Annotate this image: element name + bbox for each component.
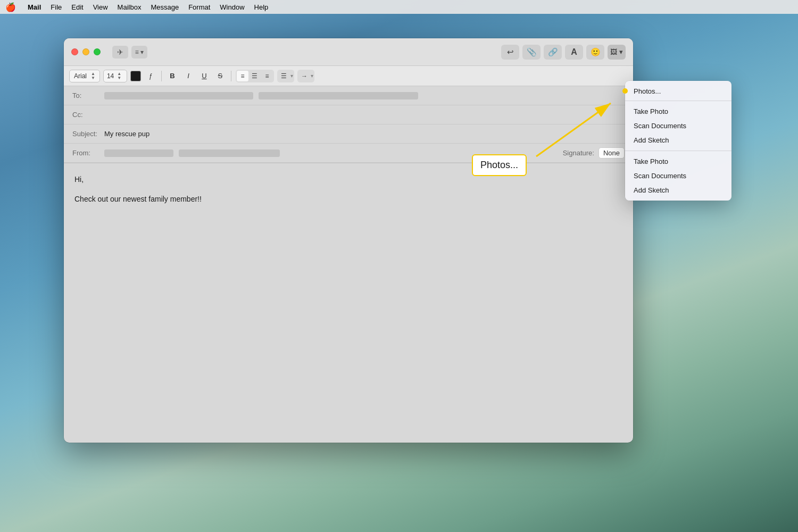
signature-label: Signature: — [563, 149, 594, 157]
underline-button[interactable]: U — [198, 70, 211, 82]
send-icon: ✈ — [117, 48, 123, 56]
font-size-selector[interactable]: 14 ▲ ▼ — [103, 70, 127, 82]
body-line1: Hi, — [74, 174, 622, 185]
traffic-lights — [71, 48, 101, 55]
photos-item-wrapper: Photos... — [625, 83, 732, 98]
paperclip-icon: 📎 — [527, 47, 537, 57]
subject-value[interactable]: My rescue pup — [104, 130, 149, 138]
to-field-1[interactable] — [104, 92, 253, 99]
add-sketch-item-2[interactable]: Add Sketch — [625, 183, 732, 197]
font-down-arrow[interactable]: ▼ — [91, 76, 95, 80]
undo-button[interactable]: ↩ — [501, 45, 519, 60]
menubar-mail[interactable]: Mail — [28, 3, 41, 11]
align-center-button[interactable]: ☰ — [249, 71, 261, 81]
list-button[interactable]: ≡ ▾ — [131, 46, 147, 59]
to-label: To: — [72, 92, 104, 99]
mail-header: To: Cc: Subject: My rescue pup From: — [64, 86, 633, 163]
titlebar: ✈ ≡ ▾ ↩ 📎 🔗 A � — [64, 38, 633, 66]
color-picker[interactable] — [130, 71, 141, 81]
mail-window: ✈ ≡ ▾ ↩ 📎 🔗 A � — [64, 38, 633, 443]
menubar-window[interactable]: Window — [220, 3, 244, 11]
photos-callout: Photos... — [472, 154, 527, 176]
cc-label: Cc: — [72, 111, 104, 119]
menubar-edit[interactable]: Edit — [71, 3, 83, 11]
photo-dropdown-menu: Photos... Take Photo Scan Documents Add … — [625, 81, 732, 201]
mail-body[interactable]: Hi, Check out our newest family member!! — [64, 163, 633, 376]
size-down-arrow[interactable]: ▼ — [117, 76, 121, 80]
menu-separator-1 — [625, 101, 732, 101]
align-group: ≡ ☰ ≡ — [236, 70, 274, 82]
from-field-1[interactable] — [104, 149, 173, 157]
indent-button[interactable]: → — [298, 71, 310, 81]
close-button[interactable] — [71, 48, 78, 55]
desktop: 🍎 Mail File Edit View Mailbox Message Fo… — [0, 0, 798, 532]
menubar-file[interactable]: File — [51, 3, 62, 11]
titlebar-right: ↩ 📎 🔗 A 🙂 🖼 ▾ — [501, 45, 626, 60]
strikethrough-button[interactable]: S — [214, 70, 227, 82]
to-fields — [104, 92, 625, 99]
send-button[interactable]: ✈ — [112, 46, 128, 59]
divider-1 — [161, 71, 162, 81]
menubar-format[interactable]: Format — [188, 3, 210, 11]
scan-documents-item-1[interactable]: Scan Documents — [625, 119, 732, 133]
photo-insert-button[interactable]: 🖼 ▾ — [608, 45, 626, 60]
from-label: From: — [72, 149, 104, 157]
font-icon: A — [571, 47, 577, 57]
indent-group: → ▾ — [297, 70, 314, 82]
emoji-button[interactable]: 🙂 — [586, 45, 604, 60]
menubar: 🍎 Mail File Edit View Mailbox Message Fo… — [0, 0, 798, 14]
subject-row: Subject: My rescue pup — [64, 124, 633, 144]
menu-section-2: Take Photo Scan Documents Add Sketch — [625, 153, 732, 198]
menubar-view[interactable]: View — [93, 3, 108, 11]
apple-menu[interactable]: 🍎 — [5, 2, 16, 12]
list-chevron[interactable]: ▾ — [290, 73, 293, 79]
to-field-2[interactable] — [259, 92, 418, 99]
list-group: ☰ ▾ — [277, 70, 294, 82]
format-script-button[interactable]: ƒ — [144, 70, 157, 82]
scan-documents-item-2[interactable]: Scan Documents — [625, 169, 732, 183]
cc-row: Cc: — [64, 105, 633, 124]
emoji-icon: 🙂 — [591, 47, 601, 57]
menubar-mailbox[interactable]: Mailbox — [118, 3, 142, 11]
callout-text: Photos... — [480, 160, 518, 170]
undo-icon: ↩ — [507, 47, 514, 57]
body-line2: Check out our newest family member!! — [74, 194, 622, 205]
indent-chevron[interactable]: ▾ — [311, 73, 313, 79]
photos-menu-item[interactable]: Photos... — [625, 83, 732, 98]
format-toolbar: Arial ▲ ▼ 14 ▲ ▼ ƒ B I U S ≡ — [64, 66, 633, 86]
titlebar-icons: ✈ ≡ ▾ — [112, 46, 147, 59]
to-row: To: — [64, 86, 633, 105]
menu-section-1: Take Photo Scan Documents Add Sketch — [625, 103, 732, 148]
from-row: From: Signature: None — [64, 144, 633, 163]
take-photo-item-1[interactable]: Take Photo — [625, 104, 732, 119]
signature-value[interactable]: None — [598, 147, 625, 159]
list-button[interactable]: ☰ — [278, 71, 290, 81]
yellow-dot — [622, 88, 628, 94]
font-size-value: 14 — [107, 72, 114, 80]
menubar-message[interactable]: Message — [151, 3, 179, 11]
photo-icon: 🖼 ▾ — [610, 48, 623, 56]
signature-area: Signature: None — [563, 147, 625, 159]
font-selector[interactable]: Arial ▲ ▼ — [69, 70, 100, 82]
link-button[interactable]: 🔗 — [544, 45, 562, 60]
attach-button[interactable]: 📎 — [522, 45, 541, 60]
link-icon: 🔗 — [548, 47, 558, 57]
bold-button[interactable]: B — [166, 70, 179, 82]
take-photo-item-2[interactable]: Take Photo — [625, 154, 732, 169]
from-field-2[interactable] — [179, 149, 280, 157]
list-icon: ≡ ▾ — [135, 48, 144, 56]
align-right-button[interactable]: ≡ — [261, 71, 273, 81]
maximize-button[interactable] — [94, 48, 101, 55]
font-button[interactable]: A — [565, 45, 583, 60]
font-name: Arial — [74, 72, 87, 80]
align-left-button[interactable]: ≡ — [237, 71, 248, 81]
italic-button[interactable]: I — [182, 70, 195, 82]
add-sketch-item-1[interactable]: Add Sketch — [625, 133, 732, 147]
minimize-button[interactable] — [82, 48, 89, 55]
menubar-help[interactable]: Help — [254, 3, 269, 11]
menu-separator-2 — [625, 151, 732, 151]
divider-2 — [231, 71, 231, 81]
subject-label: Subject: — [72, 130, 104, 138]
